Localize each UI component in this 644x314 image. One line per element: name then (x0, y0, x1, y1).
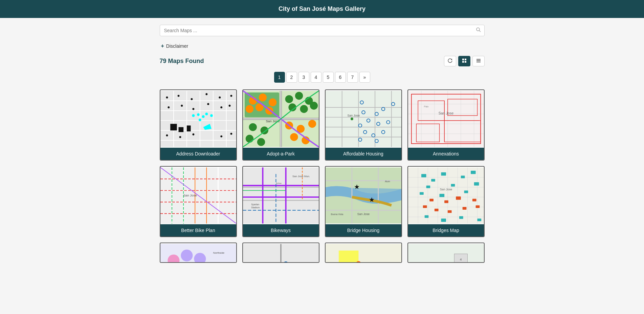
svg-point-71 (308, 120, 316, 128)
refresh-button[interactable] (444, 56, 456, 66)
svg-rect-7 (476, 60, 481, 61)
map-card-affordable-housing[interactable]: San Jose Affordable Housing (325, 89, 402, 161)
page-6-button[interactable]: 6 (335, 72, 346, 83)
svg-point-55 (268, 99, 276, 106)
svg-rect-215 (326, 244, 401, 263)
map-title-address-downloader: Address Downloader (160, 148, 236, 160)
map-thumbnail-bottom2 (243, 243, 319, 263)
view-controls (444, 56, 485, 66)
svg-point-64 (310, 102, 317, 109)
map-card-bottom2[interactable] (242, 243, 319, 263)
svg-rect-189 (464, 190, 468, 193)
svg-text:San Jose: San Jose (347, 114, 360, 117)
map-thumbnail-bottom3: San Jose (326, 243, 401, 263)
svg-rect-75 (326, 91, 401, 147)
list-view-button[interactable] (472, 56, 485, 66)
map-thumbnail-bikeways: Spartan Stadium Sj Ave San Jose Mun. (243, 167, 319, 224)
svg-rect-191 (444, 201, 448, 203)
svg-rect-193 (472, 199, 476, 202)
grid-view-button[interactable] (458, 56, 470, 66)
map-card-bridge-housing[interactable]: ★ ★ San Jose Buena Vista Alum Bridge Hou… (325, 166, 402, 237)
svg-point-0 (476, 28, 480, 31)
page-5-button[interactable]: 5 (323, 72, 334, 83)
page-7-button[interactable]: 7 (347, 72, 358, 83)
svg-rect-196 (447, 210, 451, 213)
map-thumbnail-park: San Jose (243, 90, 319, 148)
map-card-bottom4[interactable]: 4 (407, 243, 485, 263)
svg-rect-180 (431, 179, 435, 182)
svg-text:Alum: Alum (385, 180, 390, 183)
svg-rect-197 (462, 207, 466, 210)
svg-rect-9 (160, 91, 236, 147)
svg-point-28 (192, 108, 194, 110)
header-title: City of San José Maps Gallery (279, 5, 365, 12)
map-grid-bottom: Northside San Jose (160, 243, 485, 263)
svg-rect-198 (475, 205, 480, 208)
svg-rect-40 (186, 125, 191, 131)
page-1-button[interactable]: 1 (274, 72, 285, 83)
svg-point-26 (168, 106, 170, 108)
map-title-annexations: Annexations (408, 148, 484, 160)
svg-point-20 (166, 97, 168, 99)
map-card-bottom3[interactable]: San Jose (325, 243, 402, 263)
svg-point-33 (197, 113, 200, 116)
svg-rect-39 (178, 127, 183, 132)
svg-rect-202 (477, 218, 481, 221)
svg-rect-38 (170, 124, 177, 130)
map-card-adopt-a-park[interactable]: San Jose Adopt-a-Park (242, 89, 319, 161)
svg-rect-201 (459, 216, 463, 219)
svg-rect-186 (474, 182, 479, 186)
svg-point-31 (228, 105, 230, 107)
svg-point-99 (351, 118, 353, 120)
svg-rect-184 (426, 186, 430, 188)
map-card-bikeways[interactable]: Spartan Stadium Sj Ave San Jose Mun. Bik… (242, 166, 319, 237)
map-card-annexations[interactable]: San Jose Palo Annexations (407, 89, 485, 161)
svg-point-42 (166, 134, 168, 137)
map-card-better-bike-plan[interactable]: San Jose Better Bike Plan (160, 166, 237, 237)
svg-line-1 (479, 30, 481, 32)
map-title-bridges-map: Bridges Map (408, 224, 484, 236)
svg-point-29 (207, 103, 209, 105)
svg-point-35 (205, 112, 208, 115)
map-thumbnail-bridges-map: San Jose (408, 167, 484, 224)
map-card-address-downloader[interactable]: Address Downloader (160, 89, 237, 161)
svg-text:San Jose: San Jose (183, 193, 197, 197)
svg-point-27 (181, 105, 183, 107)
disclaimer-bar[interactable]: + Disclaimer (160, 40, 485, 52)
pagination: 1 2 3 4 5 6 7 » (160, 72, 485, 83)
svg-point-30 (220, 106, 222, 108)
svg-point-68 (257, 138, 265, 146)
svg-point-23 (205, 93, 207, 95)
svg-rect-199 (424, 215, 428, 218)
svg-text:Stadium: Stadium (251, 206, 260, 209)
svg-point-66 (260, 126, 268, 134)
page-header: City of San José Maps Gallery (0, 0, 644, 18)
disclaimer-label: Disclaimer (166, 43, 188, 49)
svg-point-63 (300, 105, 308, 113)
svg-text:San Jose: San Jose (357, 212, 370, 216)
page-2-button[interactable]: 2 (286, 72, 297, 83)
main-content: + Disclaimer 79 Maps Found (160, 18, 485, 270)
svg-point-34 (202, 115, 204, 118)
map-thumbnail-bottom1: Northside (160, 243, 236, 263)
svg-rect-190 (429, 199, 434, 202)
svg-rect-2 (462, 59, 464, 60)
svg-point-37 (198, 119, 201, 121)
page-4-button[interactable]: 4 (311, 72, 321, 83)
svg-text:4: 4 (460, 257, 462, 261)
search-input[interactable] (160, 25, 485, 36)
svg-rect-181 (441, 172, 446, 176)
svg-rect-5 (465, 61, 466, 63)
map-card-bottom1[interactable]: Northside (160, 243, 237, 263)
map-grid: Address Downloader (160, 89, 485, 237)
svg-point-44 (192, 133, 194, 135)
search-container (160, 25, 485, 36)
page-3-button[interactable]: 3 (298, 72, 309, 83)
map-thumbnail-address (160, 90, 236, 148)
map-title-adopt-a-park: Adopt-a-Park (243, 148, 319, 160)
svg-text:San Jose: San Jose (438, 111, 453, 115)
svg-point-25 (230, 95, 232, 97)
map-card-bridges-map[interactable]: San Jose Bridges Map (407, 166, 485, 237)
map-title-affordable-housing: Affordable Housing (326, 148, 401, 160)
page-next-button[interactable]: » (359, 72, 370, 83)
